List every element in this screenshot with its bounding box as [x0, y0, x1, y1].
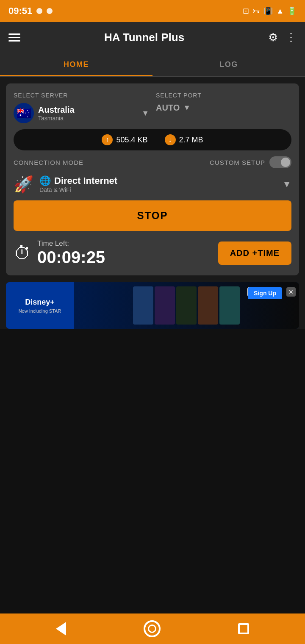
ad-banner: Disney+ Now Including STAR i Sign Up ✕ [6, 282, 299, 329]
select-port-label: SELECT PORT [156, 92, 291, 99]
status-dot-1 [36, 8, 42, 14]
custom-setup-label: CUSTOM SETUP [210, 159, 265, 166]
upload-icon: ↑ [102, 134, 113, 145]
back-icon [56, 622, 66, 636]
connection-mode-row: CONNECTION MODE CUSTOM SETUP [14, 156, 291, 168]
rocket-icon: 🚀 [14, 175, 33, 194]
main-content: SELECT SERVER 🇦🇺 Australia Tasmania ▼ SE… [0, 77, 305, 613]
select-server-section: SELECT SERVER 🇦🇺 Australia Tasmania ▼ [14, 92, 149, 123]
connection-type-row[interactable]: 🚀 🌐 Direct Internet Data & WiFi ▼ [14, 175, 291, 194]
nav-recent-button[interactable] [238, 623, 249, 634]
server-name: Australia [38, 105, 137, 115]
disney-plus-logo: Disney+ [25, 298, 55, 307]
recent-icon [238, 623, 249, 634]
time-left-label: Time Left: [37, 239, 105, 248]
server-flag: 🇦🇺 [14, 103, 34, 123]
movie-thumb-5 [219, 286, 240, 325]
connection-dropdown-arrow: ▼ [282, 179, 291, 190]
download-stat: ↓ 2.7 MB [165, 134, 203, 145]
status-time: 09:51 [8, 6, 32, 17]
add-time-button[interactable]: ADD +TIME [218, 242, 291, 265]
connection-mode-label: CONNECTION MODE [14, 159, 83, 166]
app-bar: HA Tunnel Plus ⚙ ⋮ [0, 22, 305, 53]
custom-setup-toggle[interactable] [269, 156, 291, 168]
movie-thumb-1 [133, 286, 153, 325]
nav-home-button[interactable] [144, 620, 161, 637]
tab-bar: HOME LOG [0, 53, 305, 77]
app-title: HA Tunnel Plus [29, 31, 260, 44]
tab-home[interactable]: HOME [0, 53, 152, 76]
nav-back-button[interactable] [56, 622, 66, 636]
battery-icon: 🔋 [287, 6, 297, 16]
select-server-label: SELECT SERVER [14, 92, 149, 99]
status-bar: 09:51 ⊡ 🗝 📳 ▲ 🔋 [0, 0, 305, 22]
home-icon [144, 620, 161, 637]
port-value: AUTO [156, 103, 180, 113]
server-dropdown-arrow: ▼ [141, 109, 149, 118]
server-port-row: SELECT SERVER 🇦🇺 Australia Tasmania ▼ SE… [14, 92, 291, 123]
ad-signup-button[interactable]: Sign Up [248, 287, 282, 299]
upload-stat: ↑ 505.4 KB [102, 134, 147, 145]
movie-thumb-3 [176, 286, 197, 325]
main-card: SELECT SERVER 🇦🇺 Australia Tasmania ▼ SE… [6, 83, 299, 275]
connection-name: 🌐 Direct Internet [39, 175, 276, 186]
key-icon: 🗝 [252, 7, 260, 16]
connection-info: 🌐 Direct Internet Data & WiFi [39, 175, 276, 193]
timer-text-group: Time Left: 00:09:25 [37, 239, 105, 267]
port-dropdown-arrow: ▼ [183, 103, 191, 112]
server-info: Australia Tasmania [38, 105, 137, 122]
timer-left: ⏱ Time Left: 00:09:25 [14, 239, 105, 267]
connection-sub: Data & WiFi [39, 186, 276, 193]
bottom-nav [0, 613, 305, 644]
status-dot-2 [47, 8, 53, 14]
movie-thumb-4 [198, 286, 218, 325]
empty-space [0, 329, 305, 613]
app-bar-actions: ⚙ ⋮ [268, 32, 297, 43]
cast-icon: ⊡ [243, 6, 249, 16]
timer-row: ⏱ Time Left: 00:09:25 ADD +TIME [14, 239, 291, 267]
connection-name-text: Direct Internet [54, 175, 117, 186]
server-region: Tasmania [38, 115, 137, 122]
wifi-icon: ▲ [276, 7, 284, 16]
select-port-section: SELECT PORT AUTO ▼ [156, 92, 291, 123]
tab-log[interactable]: LOG [152, 53, 305, 76]
more-options-icon[interactable]: ⋮ [286, 32, 297, 43]
timer-icon: ⏱ [14, 243, 31, 264]
time-value: 00:09:25 [37, 248, 105, 267]
menu-button[interactable] [8, 33, 20, 42]
vibrate-icon: 📳 [263, 6, 273, 16]
data-stats-bar: ↑ 505.4 KB ↓ 2.7 MB [14, 129, 291, 150]
port-select-dropdown[interactable]: AUTO ▼ [156, 103, 291, 113]
status-icons: ⊡ 🗝 📳 ▲ 🔋 [243, 6, 297, 16]
download-value: 2.7 MB [179, 136, 203, 144]
movie-thumb-2 [155, 286, 175, 325]
ad-logo-section: Disney+ Now Including STAR [6, 282, 74, 329]
globe-icon: 🌐 [39, 175, 51, 186]
stop-button[interactable]: STOP [14, 200, 291, 231]
ad-close-icon[interactable]: ✕ [286, 287, 296, 297]
download-icon: ↓ [165, 134, 176, 145]
server-select-dropdown[interactable]: 🇦🇺 Australia Tasmania ▼ [14, 103, 149, 123]
disney-brand-sub: Now Including STAR [19, 308, 61, 314]
upload-value: 505.4 KB [116, 136, 147, 144]
custom-setup-group: CUSTOM SETUP [210, 156, 291, 168]
settings-icon[interactable]: ⚙ [268, 32, 278, 43]
